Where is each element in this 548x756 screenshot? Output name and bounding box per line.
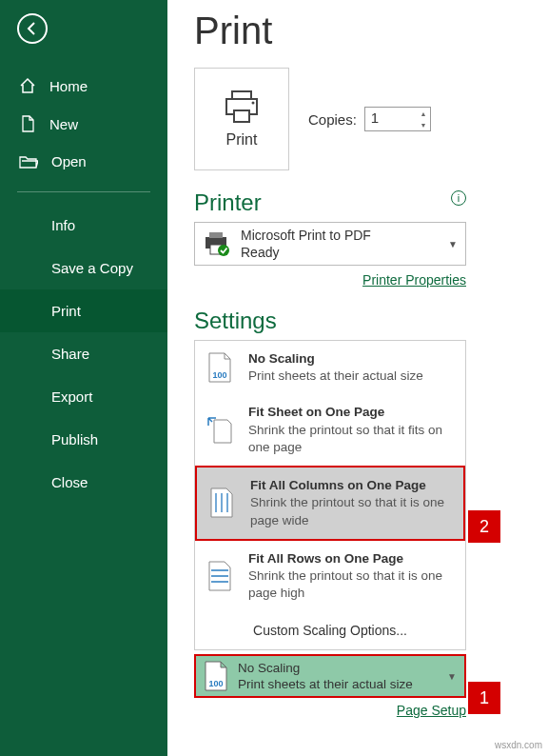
print-button[interactable]: Print — [194, 68, 289, 170]
nav-label: New — [49, 116, 78, 132]
nav-home[interactable]: Home — [0, 67, 167, 105]
copies-label: Copies: — [308, 111, 357, 128]
nav-print[interactable]: Print — [0, 289, 167, 332]
nav-primary: Home New Open — [0, 67, 167, 180]
printer-name: Microsoft Print to PDF — [241, 227, 448, 244]
nav-open[interactable]: Open — [0, 143, 167, 180]
opt-title: Fit Sheet on One Page — [248, 404, 458, 421]
open-icon — [19, 154, 38, 169]
callout-box-2: Fit All Columns on One PageShrink the pr… — [195, 466, 465, 541]
chevron-down-icon: ▼ — [448, 239, 458, 249]
nav-close[interactable]: Close — [0, 461, 167, 504]
backstage-sidebar: Home New Open Info Save a Copy Print Sha… — [0, 0, 167, 756]
print-button-label: Print — [226, 131, 258, 149]
printer-heading: Printer — [194, 189, 262, 216]
opt-title: No Scaling — [248, 350, 423, 368]
printer-dropdown[interactable]: Microsoft Print to PDF Ready ▼ — [194, 222, 466, 266]
opt-desc: Shrink the printout so that it is one pa… — [248, 567, 458, 602]
custom-scaling-option[interactable]: Custom Scaling Options... — [195, 611, 465, 649]
copies-value: 1 — [371, 109, 379, 126]
svg-rect-2 — [234, 110, 249, 122]
scale-opt-fit-sheet[interactable]: Fit Sheet on One PageShrink the printout… — [195, 394, 465, 466]
spin-up[interactable]: ▲ — [417, 108, 430, 119]
scaling-options-list: 100 No ScalingPrint sheets at their actu… — [194, 340, 466, 650]
scaling-dropdown[interactable]: 100 No Scaling Print sheets at their act… — [194, 654, 466, 698]
current-scale-desc: Print sheets at their actual size — [238, 676, 447, 693]
page-title: Print — [194, 10, 525, 52]
new-icon — [19, 115, 36, 132]
settings-heading: Settings — [194, 308, 525, 334]
page-100-icon: 100 — [207, 352, 232, 383]
spin-down[interactable]: ▼ — [417, 119, 430, 130]
opt-title: Fit All Rows on One Page — [248, 550, 458, 567]
nav-secondary: Info Save a Copy Print Share Export Publ… — [0, 204, 167, 504]
printer-icon — [223, 90, 261, 124]
main-panel: Print Print Copies: 1 ▲ ▼ Printeri — [167, 0, 548, 756]
printer-properties-link[interactable]: Printer Properties — [362, 272, 466, 288]
nav-label: Home — [49, 78, 88, 94]
nav-export[interactable]: Export — [0, 375, 167, 418]
copies-group: Copies: 1 ▲ ▼ — [308, 107, 431, 131]
sidebar-divider — [17, 191, 150, 192]
callout-2: 2 — [468, 510, 500, 543]
watermark: wsxdn.com — [495, 740, 542, 750]
opt-title: Fit All Columns on One Page — [250, 477, 456, 494]
printer-ready-icon — [203, 231, 231, 256]
opt-desc: Shrink the printout so that it is one pa… — [250, 494, 456, 528]
nav-save-copy[interactable]: Save a Copy — [0, 247, 167, 289]
fit-columns-icon — [209, 487, 234, 518]
fit-sheet-icon — [206, 416, 233, 445]
nav-share[interactable]: Share — [0, 332, 167, 375]
fit-rows-icon — [207, 561, 232, 591]
chevron-down-icon: ▼ — [447, 671, 457, 682]
opt-desc: Print sheets at their actual size — [248, 368, 423, 385]
copies-input[interactable]: 1 ▲ ▼ — [364, 107, 431, 131]
copies-spinner: ▲ ▼ — [417, 108, 430, 130]
svg-point-3 — [252, 102, 255, 105]
svg-rect-5 — [209, 232, 223, 238]
current-scale-title: No Scaling — [238, 660, 447, 677]
nav-info[interactable]: Info — [0, 204, 167, 247]
print-row: Print Copies: 1 ▲ ▼ — [194, 68, 525, 170]
svg-point-7 — [218, 245, 229, 256]
page-setup-link[interactable]: Page Setup — [397, 703, 466, 718]
svg-text:100: 100 — [208, 679, 223, 688]
svg-text:100: 100 — [212, 370, 226, 380]
page-100-icon: 100 — [204, 661, 228, 691]
info-icon[interactable]: i — [451, 190, 466, 206]
nav-publish[interactable]: Publish — [0, 418, 167, 461]
nav-new[interactable]: New — [0, 105, 167, 143]
callout-1: 1 — [468, 682, 500, 714]
back-button[interactable] — [17, 13, 48, 44]
home-icon — [19, 77, 36, 94]
opt-desc: Shrink the printout so that it fits on o… — [248, 422, 458, 456]
scale-opt-no-scaling[interactable]: 100 No ScalingPrint sheets at their actu… — [195, 341, 465, 394]
svg-rect-0 — [232, 91, 251, 99]
back-arrow-icon — [25, 21, 40, 36]
printer-status: Ready — [241, 244, 448, 261]
nav-label: Open — [51, 153, 87, 169]
scale-opt-fit-columns[interactable]: Fit All Columns on One PageShrink the pr… — [197, 468, 463, 539]
scale-opt-fit-rows[interactable]: Fit All Rows on One PageShrink the print… — [195, 541, 465, 612]
